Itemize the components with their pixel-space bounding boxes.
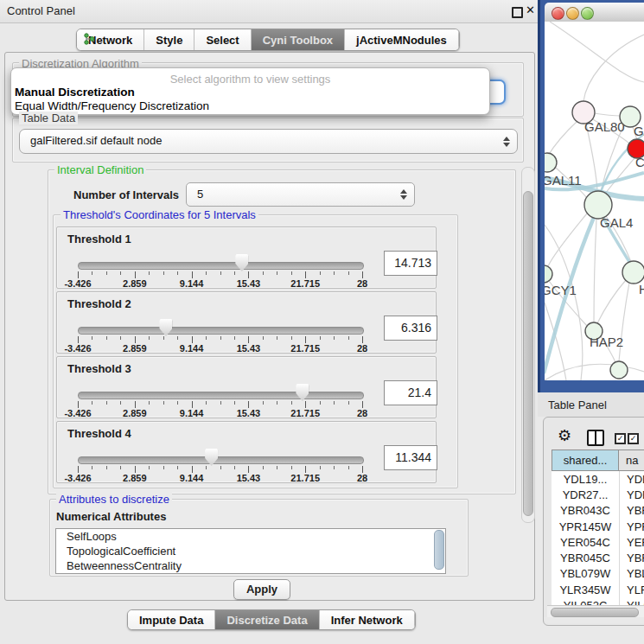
attribute-list-item[interactable]: BetweennessCentrality xyxy=(56,558,445,573)
table-row[interactable]: YBR043C YBR0 xyxy=(552,503,644,519)
threshold-row: Threshold 4 -3.4262.8599.14415.4321.7152… xyxy=(56,421,437,483)
tick-mark xyxy=(149,466,150,469)
tick-mark xyxy=(135,271,136,278)
slider-track[interactable] xyxy=(78,262,364,270)
tick-mark xyxy=(248,466,249,473)
table-row[interactable]: YPR145W YPR1 xyxy=(552,519,644,534)
top-tab[interactable]: Select xyxy=(194,29,251,50)
close-icon[interactable]: ✕ xyxy=(526,3,535,16)
checked-checkbox-icon[interactable] xyxy=(628,433,639,444)
tick-mark xyxy=(234,336,235,340)
minimize-traffic-light-icon[interactable] xyxy=(566,7,579,20)
tick-mark xyxy=(92,336,92,340)
threshold-value-field[interactable]: 6.316 xyxy=(384,316,437,341)
threshold-slider[interactable]: -3.4262.8599.14415.4321.71528 xyxy=(78,253,362,288)
tick-mark xyxy=(149,271,150,275)
attributes-group-title: Attributes to discretize xyxy=(56,493,172,506)
bottom-tab[interactable]: Infer Network xyxy=(320,610,415,629)
table-row[interactable]: YDL19... YDL1 xyxy=(552,471,644,487)
cell-shared-name: YBR043C xyxy=(552,504,619,517)
tick-mark xyxy=(177,271,178,275)
cell-shared-name: YDL19... xyxy=(552,473,619,486)
threshold-label: Threshold 1 xyxy=(67,233,131,245)
tick-mark xyxy=(362,466,363,473)
settings-vertical-scrollbar-thumb[interactable] xyxy=(523,191,533,516)
table-horizontal-scrollbar[interactable] xyxy=(547,605,644,617)
network-node[interactable] xyxy=(545,153,557,172)
table-row[interactable]: YBR045C YBR0 xyxy=(552,550,644,565)
threshold-value-field[interactable]: 14.713 xyxy=(384,251,437,276)
tick-mark xyxy=(106,336,107,340)
top-tab[interactable]: jActiveMNodules xyxy=(345,29,459,50)
tick-label: -3.426 xyxy=(64,278,91,289)
tick-mark xyxy=(234,401,235,405)
number-of-intervals-combobox[interactable]: 5 xyxy=(186,182,415,207)
algorithm-popup-item[interactable]: Manual Discretization xyxy=(13,86,488,99)
table-row[interactable]: YLR345W YLR3 xyxy=(552,582,644,597)
tick-mark xyxy=(163,466,164,469)
tick-label: 28 xyxy=(357,343,367,354)
column-header-shared[interactable]: shared... xyxy=(552,450,619,471)
cell-shared-name: YIL052C xyxy=(552,599,619,605)
threshold-value-field[interactable]: 21.4 xyxy=(384,380,437,405)
slider-ticks: -3.4262.8599.14415.4321.71528 xyxy=(78,401,362,418)
threshold-value-field[interactable]: 11.344 xyxy=(384,445,437,470)
cell-name: YBR0 xyxy=(619,550,644,565)
threshold-slider[interactable]: -3.4262.8599.14415.4321.71528 xyxy=(78,318,362,353)
table-row[interactable]: YIL052C YIL0 xyxy=(552,597,644,605)
attributes-list-scrollbar-thumb[interactable] xyxy=(434,530,444,570)
float-window-icon[interactable] xyxy=(512,7,523,18)
network-node[interactable] xyxy=(545,265,552,283)
table-row[interactable]: YBL079W YBL0 xyxy=(552,566,644,582)
tick-mark xyxy=(92,271,92,275)
table-row[interactable]: YER054C YER0 xyxy=(552,534,644,550)
tab-label: Discretize Data xyxy=(226,611,307,629)
table-data-combobox[interactable]: galFiltered.sif default node xyxy=(19,129,518,154)
threshold-slider[interactable]: -3.4262.8599.14415.4321.71528 xyxy=(78,383,362,418)
algorithm-popup-item[interactable]: Equal Width/Frequency Discretization xyxy=(13,99,488,113)
column-header-name[interactable]: na xyxy=(619,450,644,471)
tick-mark xyxy=(320,401,321,405)
zoom-traffic-light-icon[interactable] xyxy=(581,7,594,20)
tick-mark xyxy=(362,401,363,408)
cell-name: YDR2 xyxy=(619,487,644,502)
threshold-label: Threshold 4 xyxy=(67,427,131,440)
close-traffic-light-icon[interactable] xyxy=(552,7,564,20)
table-horizontal-scrollbar-thumb[interactable] xyxy=(551,608,639,617)
tick-mark xyxy=(305,336,306,343)
attribute-name: SelfLoops xyxy=(67,530,117,543)
apply-button[interactable]: Apply xyxy=(233,579,290,600)
attribute-list-item[interactable]: TopologicalCoefficient xyxy=(56,544,445,558)
attribute-name: BetweennessCentrality xyxy=(67,559,182,572)
tick-mark xyxy=(291,401,292,405)
tick-label: 2.859 xyxy=(123,278,147,289)
slider-track[interactable] xyxy=(78,456,364,464)
slider-track[interactable] xyxy=(78,392,364,399)
tick-mark xyxy=(263,466,264,469)
top-tab[interactable]: Cyni Toolbox xyxy=(252,29,345,50)
checked-checkbox-icon[interactable] xyxy=(615,433,626,444)
network-window-titlebar xyxy=(545,3,644,22)
bottom-tab[interactable]: Discretize Data xyxy=(215,610,319,629)
table-body: YDL19... YDL1 YDR27... YDR2 YBR043C YBR0… xyxy=(552,471,644,605)
attribute-list-item[interactable]: SelfLoops xyxy=(56,529,445,544)
tick-mark xyxy=(362,336,363,343)
network-graph[interactable]: GAL80GACGAL11GAL4GCY1HHAP2 xyxy=(545,22,644,380)
algorithm-popup-item-label: Manual Discretization xyxy=(15,86,135,99)
tick-mark xyxy=(192,271,193,278)
tick-mark xyxy=(334,401,335,405)
columns-icon[interactable] xyxy=(587,430,604,446)
bottom-tab[interactable]: Impute Data xyxy=(128,610,215,629)
top-tab[interactable]: Style xyxy=(144,29,194,50)
tick-label: 28 xyxy=(357,278,367,289)
network-node[interactable] xyxy=(622,261,644,284)
threshold-label: Threshold 3 xyxy=(67,362,131,375)
gear-icon[interactable]: ⚙ xyxy=(558,428,571,443)
tick-mark xyxy=(135,336,136,343)
network-node[interactable] xyxy=(610,361,628,379)
cell-shared-name: YBR045C xyxy=(552,552,619,564)
slider-track[interactable] xyxy=(78,327,364,335)
threshold-slider[interactable]: -3.4262.8599.14415.4321.71528 xyxy=(78,448,362,482)
table-row[interactable]: YDR27... YDR2 xyxy=(552,487,644,502)
numerical-attributes-list[interactable]: SelfLoops TopologicalCoefficient Between… xyxy=(55,528,446,574)
